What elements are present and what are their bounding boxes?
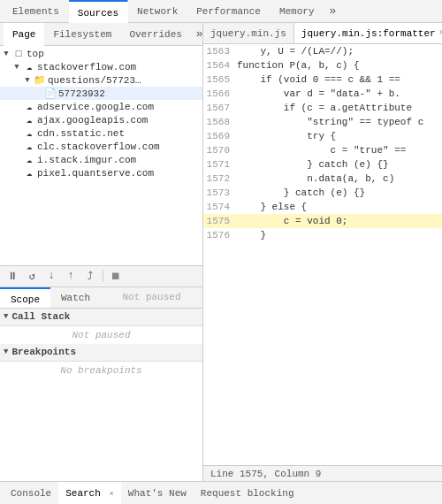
line-number: 1574 (203, 200, 237, 214)
step-out-button[interactable]: ⤴ (81, 267, 99, 285)
subtab-overrides[interactable]: Overrides (120, 23, 190, 46)
tree-item-ajax[interactable]: ☁ ajax.googleapis.com (0, 113, 202, 126)
code-line[interactable]: 1564function P(a, b, c) { (203, 58, 442, 73)
tree-label: cdn.sstatic.net (37, 128, 125, 139)
code-line[interactable]: 1575 c = void 0; (203, 214, 442, 228)
line-number: 1564 (203, 58, 237, 73)
deactivate-button[interactable]: ⏹ (107, 267, 125, 285)
scope-tab-watch[interactable]: Watch (50, 287, 101, 308)
code-editor[interactable]: 1563 y, U = /(LA=//);1564function P(a, b… (203, 44, 442, 465)
step-into-button[interactable]: ↑ (62, 267, 80, 285)
tree-item-adservice[interactable]: ☁ adservice.google.com (0, 100, 202, 113)
console-panel: Console Search × What's New Request bloc… (0, 481, 442, 504)
code-line[interactable]: 1571 } catch (e) {} (203, 157, 442, 172)
code-line[interactable]: 1569 try { (203, 129, 442, 143)
line-number: 1565 (203, 73, 237, 87)
line-number: 1567 (203, 101, 237, 115)
debugger-toolbar: ⏸ ↺ ↓ ↑ ⤴ ⏹ (0, 266, 202, 287)
line-number: 1576 (203, 228, 237, 242)
tree-label: questions/57723855/how-do-i-see- (48, 75, 145, 86)
line-content: } catch (e) {} (237, 186, 442, 200)
code-line[interactable]: 1576 } (203, 228, 442, 242)
status-bar: Line 1575, Column 9 (203, 465, 442, 481)
line-content: try { (237, 129, 442, 143)
console-tab-bar: Console Search × What's New Request bloc… (0, 482, 442, 504)
code-line[interactable]: 1565 if (void 0 === c && 1 == (203, 73, 442, 87)
domain-icon: ☁ (23, 154, 35, 165)
domain-icon: ☁ (23, 167, 35, 179)
main-area: Page Filesystem Overrides » ⋮ ▼ □ top ▼ … (0, 23, 442, 481)
search-tab-close-icon[interactable]: × (109, 490, 113, 499)
code-line[interactable]: 1573 } catch (e) {} (203, 186, 442, 200)
code-line[interactable]: 1572 n.data(a, b, c) (203, 172, 442, 186)
line-content: n.data(a, b, c) (237, 172, 442, 186)
tree-item-imgur[interactable]: ☁ i.stack.imgur.com (0, 153, 202, 166)
tab-memory[interactable]: Memory (271, 0, 324, 23)
line-content: function P(a, b, c) { (237, 58, 442, 73)
tab-close-icon[interactable]: × (439, 28, 442, 38)
line-content: } catch (e) {} (237, 157, 442, 172)
code-line[interactable]: 1567 if (c = a.getAttribute (203, 101, 442, 115)
line-content: if (void 0 === c && 1 == (237, 73, 442, 87)
breakpoints-arrow: ▼ (4, 347, 8, 356)
tree-item-clc[interactable]: ☁ clc.stackoverflow.com (0, 140, 202, 153)
tab-network[interactable]: Network (128, 0, 187, 23)
breakpoints-content: No breakpoints (0, 362, 202, 379)
tree-item-questions[interactable]: ▼ 📁 questions/57723855/how-do-i-see- (0, 73, 202, 87)
tree-item-quantserve[interactable]: ☁ pixel.quantserve.com (0, 166, 202, 179)
line-number: 1570 (203, 143, 237, 157)
tree-arrow: ▼ (21, 76, 34, 85)
line-number: 1571 (203, 157, 237, 172)
tree-item-57723932[interactable]: 📄 57723932 (0, 87, 202, 100)
tree-label: adservice.google.com (37, 102, 154, 112)
line-number: 1566 (203, 87, 237, 101)
pause-button[interactable]: ⏸ (4, 267, 21, 285)
breakpoints-header[interactable]: ▼ Breakpoints (0, 344, 202, 362)
domain-icon: ☁ (23, 101, 35, 112)
breakpoints-title: Breakpoints (11, 347, 76, 357)
scope-tab-scope[interactable]: Scope (0, 287, 50, 308)
console-tab-requestblocking[interactable]: Request blocking (194, 482, 301, 505)
editor-tab-jquery[interactable]: jquery.min.js (203, 23, 294, 44)
line-number: 1575 (203, 214, 237, 228)
editor-tab-jquery-formatter[interactable]: jquery.min.js:formatter × (294, 23, 442, 44)
callstack-header[interactable]: ▼ Call Stack (0, 309, 202, 326)
subtab-page[interactable]: Page (4, 23, 44, 46)
tree-item-top[interactable]: ▼ □ top (0, 48, 202, 60)
console-tab-console[interactable]: Console (4, 482, 58, 505)
toolbar-separator (103, 270, 103, 282)
line-content: c = void 0; (237, 214, 442, 228)
file-icon: 📄 (44, 88, 57, 99)
tree-label: 57723932 (58, 88, 105, 99)
step-over-button[interactable]: ↓ (42, 267, 60, 285)
line-content: if (c = a.getAttribute (237, 101, 442, 115)
tab-sources[interactable]: Sources (69, 0, 128, 23)
domain-icon: ☁ (23, 114, 35, 126)
line-number: 1563 (203, 44, 237, 58)
line-content: } (237, 228, 442, 242)
tree-item-cdn[interactable]: ☁ cdn.sstatic.net (0, 126, 202, 140)
right-panel: jquery.min.js jquery.min.js:formatter × … (203, 23, 442, 481)
callstack-arrow: ▼ (4, 312, 8, 321)
code-line[interactable]: 1574 } else { (203, 200, 442, 214)
line-content: y, U = /(LA=//); (237, 44, 442, 58)
sub-more-button[interactable]: » (191, 27, 203, 41)
more-tabs-button[interactable]: » (324, 0, 341, 23)
editor-tab-bar: jquery.min.js jquery.min.js:formatter × (203, 23, 442, 44)
tree-item-stackoverflow[interactable]: ▼ ☁ stackoverflow.com (0, 60, 202, 73)
code-line[interactable]: 1566 var d = "data-" + b. (203, 87, 442, 101)
console-tab-whatsnew[interactable]: What's New (121, 482, 194, 505)
tab-performance[interactable]: Performance (187, 0, 271, 23)
line-content: var d = "data-" + b. (237, 87, 442, 101)
console-tab-search[interactable]: Search × (58, 482, 121, 505)
step-reload-button[interactable]: ↺ (23, 267, 41, 285)
code-line[interactable]: 1563 y, U = /(LA=//); (203, 44, 442, 58)
domain-icon: ☁ (23, 141, 35, 152)
code-line[interactable]: 1570 c = "true" == (203, 143, 442, 157)
subtab-filesystem[interactable]: Filesystem (44, 23, 120, 46)
tab-elements[interactable]: Elements (4, 0, 69, 23)
code-line[interactable]: 1568 "string" == typeof c (203, 115, 442, 129)
domain-icon: ☁ (23, 127, 35, 139)
line-number: 1572 (203, 172, 237, 186)
tree-label: pixel.quantserve.com (37, 168, 154, 179)
